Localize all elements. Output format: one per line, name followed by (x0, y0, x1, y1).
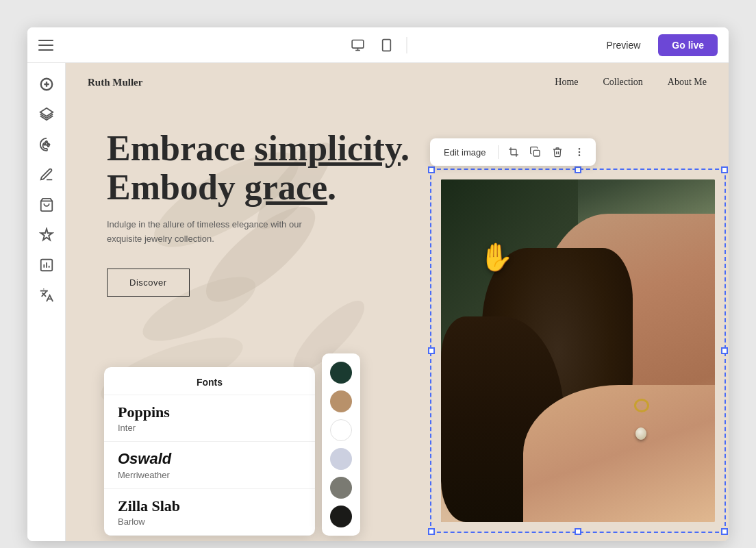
app-window: Preview Go live (27, 27, 729, 541)
font-secondary-merriweather: Merriweather (118, 470, 301, 480)
swatch-black[interactable] (330, 506, 352, 527)
site-nav-links: Home Collection About Me (555, 77, 707, 88)
svg-point-24 (579, 149, 580, 149)
mobile-view-button[interactable] (375, 34, 399, 57)
chart-icon[interactable] (34, 252, 60, 278)
font-item-poppins[interactable]: Poppins Inter (104, 395, 315, 442)
svg-rect-0 (352, 40, 364, 48)
handle-mid-left[interactable] (428, 347, 435, 354)
svg-point-25 (579, 151, 580, 152)
desktop-view-button[interactable] (346, 34, 370, 57)
font-primary-oswald: Oswald (118, 450, 301, 468)
handle-bottom-mid[interactable] (575, 528, 581, 535)
top-toolbar: Preview Go live (27, 27, 729, 63)
golive-button[interactable]: Go live (658, 34, 718, 56)
toolbar-center (346, 34, 410, 57)
toolbar-right: Preview Go live (594, 34, 718, 56)
hero-headline: Embrace simplicity. Embody grace. (107, 129, 422, 207)
nav-link-home[interactable]: Home (555, 77, 578, 88)
menu-icon[interactable] (38, 40, 53, 51)
selected-image-container[interactable]: Edit image (441, 179, 715, 522)
fonts-panel-title: Fonts (104, 367, 315, 395)
delete-button[interactable] (548, 142, 567, 162)
toolbar-divider (407, 37, 407, 53)
image-toolbar-sep1 (498, 145, 499, 159)
layers-icon[interactable] (34, 101, 60, 127)
palette-icon[interactable] (34, 132, 60, 158)
handle-mid-right[interactable] (721, 347, 728, 354)
svg-rect-3 (383, 39, 391, 51)
swatch-dark-green[interactable] (330, 362, 352, 384)
image-edit-toolbar: Edit image (430, 138, 596, 166)
nav-link-collection[interactable]: Collection (603, 77, 643, 88)
hero-model-image[interactable]: ✋ (441, 179, 715, 522)
model-image-content (441, 179, 715, 522)
swatch-light-blue[interactable] (330, 448, 352, 470)
handle-bottom-left[interactable] (428, 528, 435, 535)
font-primary-poppins: Poppins (118, 403, 301, 421)
site-nav: Ruth Muller Home Collection About Me (66, 63, 729, 101)
svg-point-10 (46, 141, 47, 142)
bag-icon[interactable] (34, 192, 60, 218)
font-secondary-inter: Inter (118, 423, 301, 433)
nav-link-about[interactable]: About Me (668, 77, 707, 88)
font-primary-zilla: Zilla Slab (118, 497, 301, 515)
fonts-panel: Fonts Poppins Inter Oswald Merriweather … (104, 367, 315, 536)
font-item-zilla[interactable]: Zilla Slab Barlow (104, 489, 315, 536)
font-secondary-barlow: Barlow (118, 516, 301, 527)
swatch-white[interactable] (330, 419, 352, 441)
swatch-gray[interactable] (330, 477, 352, 499)
crop-button[interactable] (504, 142, 523, 162)
hero-subtext: Indulge in the allure of timeless elegan… (107, 218, 326, 247)
edit-image-button[interactable]: Edit image (437, 143, 492, 162)
translate-icon[interactable] (34, 282, 60, 308)
svg-rect-23 (534, 150, 540, 156)
pen-icon[interactable] (34, 162, 60, 188)
site-logo: Ruth Muller (88, 77, 142, 88)
svg-point-11 (48, 144, 49, 145)
magic-icon[interactable] (34, 222, 60, 248)
preview-button[interactable]: Preview (594, 34, 653, 56)
svg-point-26 (579, 155, 580, 155)
swatch-tan[interactable] (330, 390, 352, 412)
canvas-area: Ruth Muller Home Collection About Me Emb… (66, 63, 729, 541)
add-icon[interactable] (34, 71, 60, 97)
discover-button[interactable]: Discover (107, 269, 190, 297)
more-options-button[interactable] (570, 142, 589, 162)
svg-point-9 (43, 144, 45, 145)
left-sidebar (27, 63, 66, 541)
font-item-oswald[interactable]: Oswald Merriweather (104, 442, 315, 488)
colors-panel (322, 353, 360, 536)
handle-bottom-right[interactable] (721, 528, 728, 535)
toolbar-left (38, 40, 53, 51)
hero-text: Embrace simplicity. Embody grace. Indulg… (107, 129, 422, 297)
duplicate-button[interactable] (526, 142, 545, 162)
main-area: Ruth Muller Home Collection About Me Emb… (27, 63, 729, 541)
